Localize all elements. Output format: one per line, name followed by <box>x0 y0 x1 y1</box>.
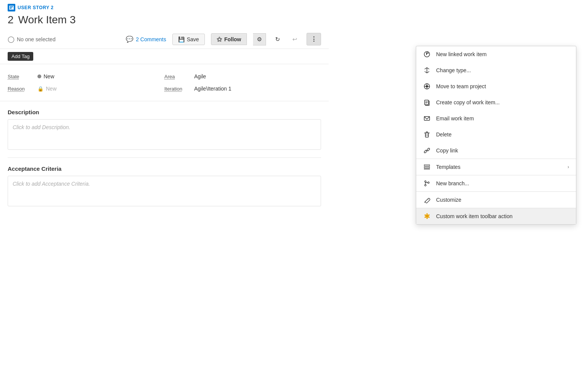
svg-point-28 <box>425 181 426 182</box>
settings-button[interactable]: ⚙ <box>253 33 266 45</box>
svg-line-33 <box>424 202 425 202</box>
breadcrumb-text: USER STORY 2 <box>18 5 54 10</box>
gear-icon: ⚙ <box>257 36 262 42</box>
iteration-label: Iteration <box>164 86 191 92</box>
description-input[interactable]: Click to add Description. <box>8 119 321 150</box>
menu-item-create-copy[interactable]: Create copy of work item... <box>416 94 576 110</box>
main-panel: USER STORY 2 2 Work Item 3 ◯ No one sele… <box>0 0 329 214</box>
save-icon: 💾 <box>178 36 185 42</box>
menu-item-email[interactable]: Email work item <box>416 110 576 126</box>
iteration-value[interactable]: Agile\Iteration 1 <box>194 86 231 92</box>
reason-label: Reason <box>8 86 34 92</box>
refresh-button[interactable]: ↻ <box>272 34 283 45</box>
state-label: State <box>8 74 34 79</box>
follow-button[interactable]: ⚝ Follow <box>211 33 247 45</box>
menu-label-create-copy: Create copy of work item... <box>436 99 569 105</box>
comments-count: 2 Comments <box>136 36 166 42</box>
menu-item-delete[interactable]: Delete <box>416 126 576 143</box>
comments-link[interactable]: 💬 2 Comments <box>126 36 166 43</box>
menu-item-change-type[interactable]: Change type... <box>416 62 576 78</box>
copy-icon <box>423 99 431 106</box>
lock-icon: 🔒 <box>37 86 44 92</box>
svg-rect-25 <box>424 165 430 166</box>
state-field: State New <box>8 70 164 83</box>
person-icon: ◯ <box>8 36 15 43</box>
reason-field: Reason 🔒 New <box>8 83 164 95</box>
svg-rect-26 <box>424 167 430 168</box>
templates-icon <box>423 163 431 171</box>
refresh-icon: ↻ <box>275 36 280 42</box>
menu-label-templates: Templates <box>436 164 562 170</box>
user-story-icon <box>8 4 15 11</box>
menu-label-delete: Delete <box>436 131 569 138</box>
menu-label-email: Email work item <box>436 115 569 121</box>
more-icon: ⋮ <box>311 36 317 42</box>
menu-item-new-branch[interactable]: New branch... <box>416 175 576 191</box>
menu-label-copy-link: Copy link <box>436 147 569 154</box>
star-icon: ✱ <box>423 212 431 220</box>
area-value[interactable]: Agile <box>194 73 206 79</box>
svg-rect-27 <box>424 168 430 169</box>
templates-submenu-chevron: › <box>568 164 569 170</box>
copy-link-icon <box>423 147 431 154</box>
svg-rect-1 <box>10 6 13 7</box>
menu-item-customize[interactable]: Customize <box>416 192 576 208</box>
assigned-label: No one selected <box>17 36 55 42</box>
svg-point-11 <box>426 85 428 87</box>
change-type-icon <box>423 66 431 74</box>
menu-item-copy-link[interactable]: Copy link <box>416 143 576 159</box>
svg-line-32 <box>428 199 428 200</box>
menu-label-change-type: Change type... <box>436 67 569 73</box>
assigned-to[interactable]: ◯ No one selected <box>8 36 55 43</box>
toolbar-row: ◯ No one selected 💬 2 Comments 💾 Save ⚝ … <box>0 30 329 49</box>
link-work-icon <box>423 50 431 58</box>
fields-section: State New Reason 🔒 New Area Agile <box>0 64 329 101</box>
delete-icon <box>423 131 431 138</box>
menu-item-move-team[interactable]: Move to team project <box>416 78 576 94</box>
state-dot <box>37 75 41 78</box>
svg-rect-6 <box>426 54 427 55</box>
menu-label-customize: Customize <box>436 197 569 203</box>
menu-label-new-branch: New branch... <box>436 180 569 186</box>
menu-label-custom-action: Custom work item toolbar action <box>436 213 569 219</box>
work-item-number: 2 <box>8 14 14 26</box>
menu-label-move-team: Move to team project <box>436 83 569 89</box>
tag-row: Add Tag <box>0 49 329 64</box>
acceptance-criteria-title: Acceptance Criteria <box>8 165 321 172</box>
branch-icon <box>423 180 431 187</box>
menu-item-templates[interactable]: Templates › <box>416 159 576 175</box>
area-field: Area Agile <box>164 70 321 83</box>
undo-icon: ↩ <box>292 36 297 42</box>
svg-point-7 <box>427 52 429 53</box>
comment-icon: 💬 <box>126 36 133 43</box>
customize-icon <box>423 196 431 204</box>
reason-value[interactable]: 🔒 New <box>37 86 57 92</box>
svg-rect-2 <box>10 7 12 8</box>
work-item-name: Work Item 3 <box>18 14 76 26</box>
acceptance-criteria-section: Acceptance Criteria Click to add Accepta… <box>0 158 329 214</box>
menu-item-new-linked[interactable]: New linked work item <box>416 46 576 62</box>
add-tag-button[interactable]: Add Tag <box>8 52 33 61</box>
more-options-button[interactable]: ⋮ <box>307 33 321 45</box>
breadcrumb: USER STORY 2 <box>0 0 329 14</box>
svg-point-29 <box>425 185 426 186</box>
menu-item-custom-action[interactable]: ✱ Custom work item toolbar action <box>416 208 576 224</box>
email-icon <box>423 115 431 122</box>
menu-label-new-linked: New linked work item <box>436 51 569 57</box>
state-value[interactable]: New <box>37 73 54 79</box>
description-title: Description <box>8 109 321 115</box>
iteration-field: Iteration Agile\Iteration 1 <box>164 83 321 95</box>
save-button[interactable]: 💾 Save <box>172 34 205 45</box>
acceptance-criteria-input[interactable]: Click to add Acceptance Criteria. <box>8 176 321 206</box>
follow-icon: ⚝ <box>217 36 222 42</box>
undo-button[interactable]: ↩ <box>289 34 300 45</box>
context-menu: New linked work item Change type... Move… <box>416 46 576 225</box>
work-item-title-row: 2 Work Item 3 <box>0 14 329 30</box>
area-label: Area <box>164 74 191 79</box>
description-section: Description Click to add Description. <box>0 101 329 157</box>
svg-point-30 <box>428 182 429 183</box>
move-project-icon <box>423 83 431 90</box>
svg-rect-3 <box>10 8 11 8</box>
